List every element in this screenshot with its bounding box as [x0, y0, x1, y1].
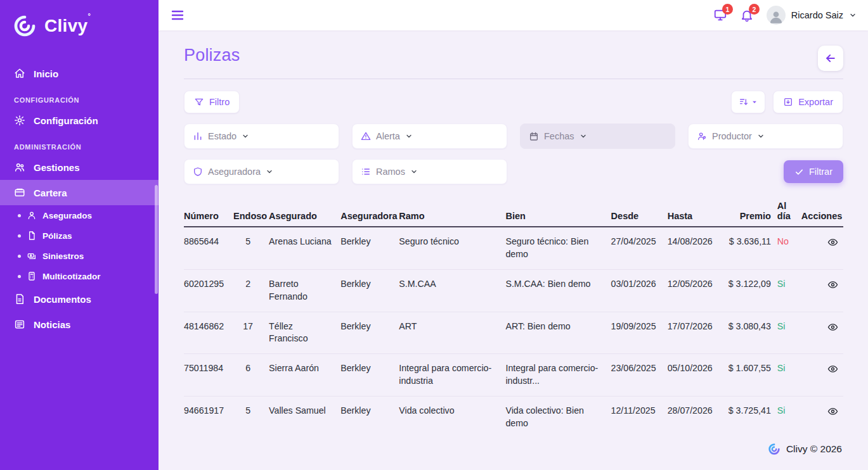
cell-asegurado: Sierra Aarón	[269, 354, 340, 397]
export-button[interactable]: Exportar	[773, 91, 843, 113]
cell-aseguradora: Berkley	[340, 269, 399, 312]
toolbar-right: Exportar	[731, 91, 843, 113]
cell-hasta: 12/05/2026	[668, 269, 724, 312]
filter-ramos[interactable]: Ramos	[352, 159, 507, 184]
sidebar-item-label: Gestiones	[34, 162, 80, 173]
warning-triangle-icon	[361, 131, 371, 141]
funnel-icon	[194, 97, 204, 107]
table-row: 88656445Arenas LucianaBerkleySeguro técn…	[184, 227, 843, 269]
column-header-asegurado: Asegurado	[269, 197, 340, 227]
cell-bien: Vida colectivo: Bien demo	[505, 397, 611, 436]
cell-hasta: 17/07/2026	[668, 312, 724, 354]
cell-endoso: 17	[233, 312, 269, 354]
cell-premio: $ 3.725,41	[724, 397, 777, 436]
apply-filter-button[interactable]: Filtrar	[784, 160, 843, 183]
notifications-badge: 2	[749, 4, 760, 15]
column-header-acciones: Acciones	[801, 197, 843, 227]
sidebar-item-multicotizador[interactable]: Multicotizador	[0, 266, 159, 286]
sidebar-scrollbar[interactable]	[155, 185, 158, 294]
sidebar-item-polizas[interactable]: Pólizas	[0, 225, 159, 246]
cell-aldia: Si	[777, 397, 801, 436]
apply-filter-label: Filtrar	[809, 167, 832, 177]
view-policy-button[interactable]	[826, 321, 839, 334]
table-row: 750119846Sierra AarónBerkleyIntegral par…	[184, 354, 843, 397]
producer-person-icon	[697, 131, 707, 141]
chevron-down-icon	[410, 168, 418, 175]
footer-text: Clivy © 2026	[786, 443, 842, 455]
sidebar-item-inicio[interactable]: Inicio	[0, 61, 159, 86]
notifications-bell-button[interactable]: 2	[740, 8, 754, 22]
cell-bien: Integral para comercio-industr...	[505, 354, 611, 397]
column-header-ramo: Ramo	[399, 197, 505, 227]
sidebar-item-label: Siniestros	[42, 251, 84, 261]
table-body: 88656445Arenas LucianaBerkleySeguro técn…	[184, 227, 843, 436]
filter-aseguradora-label: Aseguradora	[208, 167, 261, 177]
cell-endoso: 5	[233, 227, 269, 269]
column-header-hasta: Hasta	[668, 197, 724, 227]
cell-ramo: ART	[399, 312, 505, 354]
clivy-footer-logo-icon	[767, 442, 781, 456]
chevron-down-icon	[242, 132, 249, 140]
cell-premio: $ 3.636,11	[724, 227, 777, 269]
view-policy-button[interactable]	[826, 405, 839, 418]
filter-button[interactable]: Filtro	[184, 91, 240, 113]
cell-aseguradora: Berkley	[340, 227, 399, 269]
chevron-down-icon	[580, 132, 587, 140]
sidebar-item-asegurados[interactable]: Asegurados	[0, 205, 159, 225]
monitor-badge: 1	[722, 4, 733, 15]
al-dia-status: Si	[777, 279, 786, 289]
filter-fechas[interactable]: Fechas	[520, 124, 675, 149]
back-button[interactable]	[818, 46, 843, 71]
view-policy-button[interactable]	[826, 278, 839, 291]
filter-aseguradora[interactable]: Aseguradora	[184, 159, 339, 184]
cell-ramo: S.M.CAA	[399, 269, 505, 312]
cell-desde: 03/01/2026	[611, 269, 668, 312]
filter-alerta[interactable]: Alerta	[352, 124, 507, 149]
sidebar-item-siniestros[interactable]: Siniestros	[0, 246, 159, 266]
clivy-logo-icon	[11, 13, 38, 39]
person-icon	[27, 210, 37, 220]
column-header-desde: Desde	[611, 197, 668, 227]
cell-endoso: 2	[233, 269, 269, 312]
sidebar-item-noticias[interactable]: Noticias	[0, 312, 159, 337]
user-menu[interactable]: Ricardo Saiz	[767, 6, 857, 25]
documents-icon	[14, 293, 25, 305]
toolbar: Filtro Exportar	[184, 91, 843, 113]
sessions-monitor-button[interactable]: 1	[713, 8, 727, 22]
sidebar-item-documentos[interactable]: Documentos	[0, 286, 159, 312]
filter-estado[interactable]: Estado	[184, 124, 339, 149]
sidebar-item-gestiones[interactable]: Gestiones	[0, 155, 159, 180]
sidebar-item-label: Noticias	[34, 319, 70, 330]
hamburger-menu-button[interactable]	[170, 8, 185, 23]
cell-numero: 94661917	[184, 397, 233, 436]
sidebar-item-label: Documentos	[34, 294, 91, 305]
sidebar: Clivy° Inicio CONFIGURACIÓN Configuració…	[0, 0, 159, 470]
cell-bien: ART: Bien demo	[505, 312, 611, 354]
brand-logo[interactable]: Clivy°	[0, 0, 159, 61]
table-row: 4814686217Téllez FranciscoBerkleyARTART:…	[184, 312, 843, 354]
sort-button[interactable]	[731, 91, 765, 113]
view-policy-button[interactable]	[826, 362, 839, 376]
chevron-down-icon	[849, 11, 857, 19]
cell-asegurado: Arenas Luciana	[269, 227, 340, 269]
cell-acciones	[801, 312, 843, 354]
table-row: 602012952Barreto FernandoBerkleyS.M.CAAS…	[184, 269, 843, 312]
bar-chart-icon	[193, 131, 203, 141]
export-button-label: Exportar	[798, 97, 833, 107]
view-policy-button[interactable]	[826, 236, 839, 249]
brand-name: Clivy°	[44, 16, 91, 36]
cell-aseguradora: Berkley	[340, 354, 399, 397]
column-header-premio: Premio	[724, 197, 777, 227]
sidebar-item-cartera[interactable]: Cartera	[0, 180, 159, 205]
main-area: 1 2 Ricardo Saiz Polizas	[159, 0, 868, 470]
filter-productor[interactable]: Productor	[688, 124, 843, 149]
title-divider	[184, 79, 843, 79]
page-title: Polizas	[184, 46, 240, 65]
sidebar-item-configuracion[interactable]: Configuración	[0, 108, 159, 133]
column-header-aldia: Al día	[777, 197, 801, 227]
cell-aldia: No	[777, 227, 801, 269]
filter-productor-label: Productor	[712, 131, 752, 141]
filter-ramos-label: Ramos	[376, 167, 405, 177]
bullet-dot	[18, 234, 21, 238]
title-row: Polizas	[184, 46, 843, 71]
